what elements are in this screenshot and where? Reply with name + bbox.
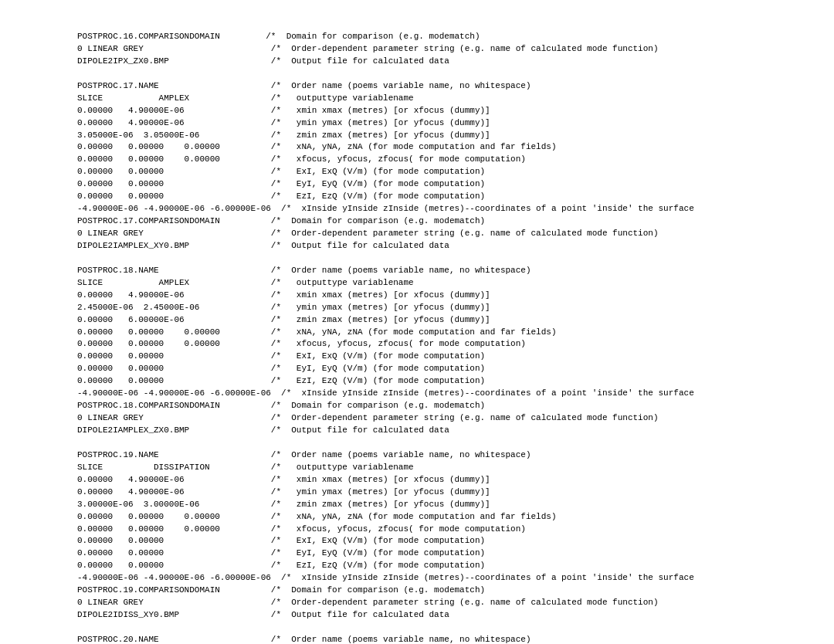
code-content: POSTPROC.16.COMPARISONDOMAIN /* Domain f… xyxy=(77,31,788,644)
